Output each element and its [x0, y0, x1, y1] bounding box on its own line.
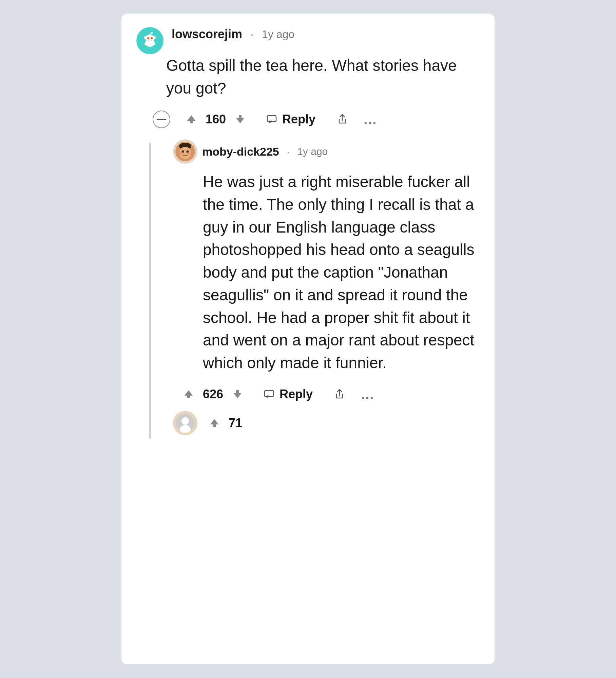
- reply-label: Reply: [282, 112, 315, 126]
- share-button[interactable]: [333, 110, 351, 128]
- preview-vote-count: 71: [229, 416, 242, 430]
- preview-avatar-icon: [176, 414, 195, 433]
- more-options-button-2[interactable]: ...: [361, 387, 374, 401]
- svg-point-4: [153, 36, 156, 39]
- nested-comment: moby-dick225 · 1y ago He was just a righ…: [166, 139, 482, 438]
- comment-2-header: moby-dick225 · 1y ago: [173, 139, 482, 164]
- preview-upvote-button[interactable]: [206, 414, 223, 432]
- comment-2-timestamp: 1y ago: [297, 146, 328, 157]
- downvote-button-2[interactable]: [229, 385, 246, 403]
- upvote-icon: [185, 113, 197, 125]
- share-button-2[interactable]: [330, 385, 349, 403]
- downvote-icon: [234, 113, 246, 125]
- comment-1-timestamp: 1y ago: [262, 28, 294, 41]
- preview-vote-section: 71: [206, 414, 242, 432]
- comment-2-username[interactable]: moby-dick225: [202, 145, 279, 158]
- reply-icon-2: [264, 388, 275, 400]
- svg-rect-11: [157, 119, 166, 120]
- comment-2-actions: 626 Reply: [180, 384, 482, 404]
- svg-point-9: [145, 43, 147, 45]
- comment-1-body: Gotta spill the tea here. What stories h…: [166, 54, 482, 99]
- comment-1-actions: 160 Reply: [153, 109, 482, 129]
- preview-avatar: [173, 411, 197, 435]
- avatar-moby: [173, 139, 197, 164]
- reply-label-2: Reply: [280, 387, 313, 401]
- comments-card: lowscorejim · 1y ago Gotta spill the tea…: [121, 14, 495, 664]
- moby-avatar-icon: [175, 141, 195, 162]
- more-options-button[interactable]: ...: [364, 113, 377, 126]
- preview-upvote-icon: [208, 417, 220, 429]
- thread-line: [149, 143, 151, 438]
- svg-point-18: [179, 152, 183, 155]
- comment-2-vote-count: 626: [203, 387, 223, 401]
- thread-line-wrapper: [134, 139, 166, 438]
- upvote-icon-2: [182, 388, 195, 400]
- comment-1: lowscorejim · 1y ago Gotta spill the tea…: [134, 27, 482, 129]
- snoo-avatar-icon: [141, 32, 159, 50]
- separator: ·: [250, 27, 254, 41]
- svg-point-8: [151, 37, 153, 39]
- svg-point-22: [181, 417, 189, 425]
- separator-2: ·: [287, 145, 290, 158]
- svg-point-7: [147, 37, 149, 39]
- comment-2-body: He was just a right miserable fucker all…: [203, 171, 482, 374]
- comment-1-username[interactable]: lowscorejim: [172, 27, 242, 41]
- bottom-preview: 71: [173, 411, 482, 439]
- svg-point-2: [146, 35, 154, 43]
- thread-container: moby-dick225 · 1y ago He was just a righ…: [134, 139, 482, 438]
- reply-icon: [267, 114, 278, 125]
- share-icon-2: [333, 388, 346, 401]
- comment-1-header: lowscorejim · 1y ago: [172, 27, 482, 41]
- svg-point-10: [153, 43, 155, 45]
- collapse-button[interactable]: [153, 111, 170, 128]
- avatar: [136, 27, 163, 54]
- vote-section-2: 626: [180, 385, 246, 403]
- share-icon: [336, 113, 349, 126]
- downvote-icon-2: [231, 388, 244, 400]
- svg-point-6: [151, 32, 153, 34]
- upvote-button[interactable]: [182, 111, 200, 128]
- vote-section: 160: [182, 111, 249, 128]
- comment-1-vote-count: 160: [206, 112, 226, 126]
- minus-icon: [157, 119, 166, 120]
- svg-point-3: [144, 36, 147, 39]
- svg-point-19: [188, 152, 191, 155]
- reply-button[interactable]: Reply: [261, 109, 321, 129]
- upvote-button-2[interactable]: [180, 385, 197, 403]
- downvote-button[interactable]: [231, 111, 249, 128]
- reply-button-2[interactable]: Reply: [258, 384, 318, 404]
